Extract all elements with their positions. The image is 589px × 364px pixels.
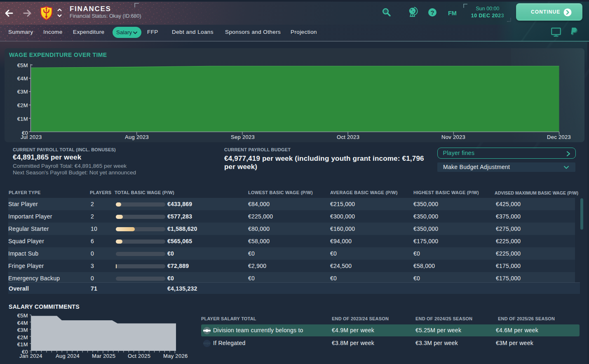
svg-text:?: ? xyxy=(430,9,434,16)
